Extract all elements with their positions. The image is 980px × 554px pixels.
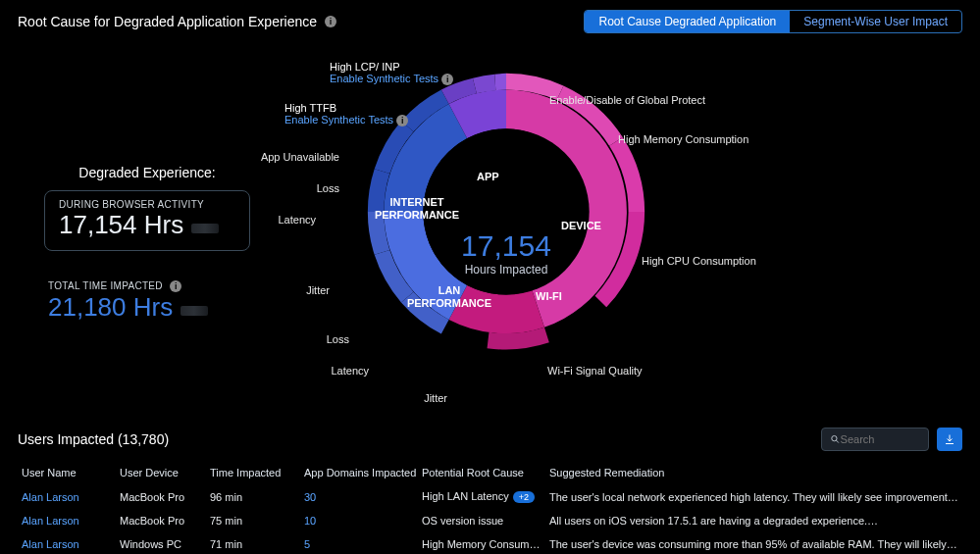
- leaf-jitter-int[interactable]: Jitter: [251, 284, 330, 296]
- segment-label-app: APP: [477, 171, 499, 183]
- col-rootcause[interactable]: Potential Root Cause: [418, 461, 545, 484]
- stat-value: 21,180 Hrs: [48, 292, 173, 323]
- chart-center: 17,154 Hours Impacted: [408, 155, 604, 351]
- cell-user[interactable]: Alan Larson: [18, 532, 116, 554]
- col-time[interactable]: Time Impacted: [206, 461, 300, 484]
- cell-rootcause: High LAN Latency+2: [418, 484, 545, 509]
- sparkline-icon: [181, 306, 208, 316]
- page-header: Root Cause for Degraded Application Expe…: [0, 0, 980, 37]
- chart-center-label: Hours Impacted: [465, 263, 548, 277]
- cell-user[interactable]: Alan Larson: [18, 484, 116, 509]
- leaf-lat-int[interactable]: Latency: [237, 214, 316, 226]
- cell-domains[interactable]: 5: [300, 532, 418, 554]
- stat-total-impacted[interactable]: TOTAL TIME IMPACTED i 21,180 Hrs: [48, 278, 250, 323]
- cell-device: MacBook Pro: [116, 509, 206, 532]
- leaf-high-cpu[interactable]: High CPU Consumption: [642, 255, 749, 267]
- cell-remediation: The user's device was consuming more tha…: [545, 532, 962, 554]
- cell-remediation: The user's local network experienced hig…: [545, 484, 962, 509]
- chart-center-value: 17,154: [461, 229, 551, 263]
- svg-line-2: [836, 440, 838, 442]
- table-row[interactable]: Alan LarsonMacBook Pro75 min10OS version…: [18, 509, 962, 532]
- info-icon[interactable]: i: [441, 74, 453, 85]
- table-row[interactable]: Alan LarsonMacBook Pro96 min30High LAN L…: [18, 484, 962, 509]
- leaf-high-ttfb[interactable]: High TTFB Enable Synthetic Tests i: [284, 102, 408, 126]
- stat-value: 17,154 Hrs: [59, 210, 183, 240]
- stat-label: TOTAL TIME IMPACTED: [48, 280, 163, 291]
- info-icon[interactable]: i: [396, 115, 408, 126]
- segment-label-internet: INTERNET PERFORMANCE: [373, 196, 461, 221]
- col-device[interactable]: User Device: [116, 461, 206, 484]
- col-remediation[interactable]: Suggested Remediation: [545, 461, 962, 484]
- cell-device: Windows PC: [116, 532, 206, 554]
- leaf-global-protect[interactable]: Enable/Disable of Global Protect: [549, 94, 705, 106]
- leaf-high-lcp[interactable]: High LCP/ INP Enable Synthetic Tests i: [330, 61, 453, 85]
- stat-browser-activity[interactable]: DURING BROWSER ACTIVITY 17,154 Hrs: [44, 190, 250, 251]
- leaf-app-unavailable[interactable]: App Unavailable: [212, 151, 339, 163]
- stat-label: DURING BROWSER ACTIVITY: [59, 199, 235, 210]
- leaf-high-mem[interactable]: High Memory Consumption: [618, 133, 748, 145]
- cell-user[interactable]: Alan Larson: [18, 509, 116, 532]
- table-row[interactable]: Alan LarsonWindows PC71 min5High Memory …: [18, 532, 962, 554]
- cell-domains[interactable]: 30: [300, 484, 418, 509]
- segment-label-wifi: WI-FI: [536, 290, 562, 303]
- cell-rootcause: High Memory Consumption: [418, 532, 545, 554]
- users-table: User Name User Device Time Impacted App …: [18, 461, 962, 554]
- leaf-loss-int[interactable]: Loss: [261, 182, 339, 194]
- cell-domains[interactable]: 10: [300, 509, 418, 532]
- cell-device: MacBook Pro: [116, 484, 206, 509]
- cell-rootcause: OS version issue: [418, 509, 545, 532]
- download-icon: [944, 433, 955, 445]
- cell-remediation: All users on iOS version 17.5.1 are havi…: [545, 509, 962, 532]
- leaf-jitter-lan[interactable]: Jitter: [369, 392, 447, 404]
- svg-point-1: [832, 435, 837, 440]
- col-user[interactable]: User Name: [18, 461, 116, 484]
- table-title: Users Impacted (13,780): [18, 431, 169, 447]
- page-title: Root Cause for Degraded Application Expe…: [18, 14, 317, 29]
- leaf-loss-lan[interactable]: Loss: [271, 333, 349, 345]
- cell-time: 71 min: [206, 532, 300, 554]
- info-icon[interactable]: i: [325, 16, 336, 27]
- leaf-wifi-signal[interactable]: Wi-Fi Signal Quality: [547, 365, 665, 377]
- leaf-outer[interactable]: [494, 74, 506, 91]
- cell-time: 75 min: [206, 509, 300, 532]
- leaf-lat-lan[interactable]: Latency: [290, 365, 369, 377]
- segment-label-lan: LAN PERFORMANCE: [405, 284, 493, 309]
- col-domains[interactable]: App Domains Impacted: [300, 461, 418, 484]
- cell-time: 96 min: [206, 484, 300, 509]
- info-icon[interactable]: i: [170, 280, 181, 292]
- degraded-stats: Degraded Experience: DURING BROWSER ACTI…: [44, 165, 250, 323]
- stats-heading: Degraded Experience:: [44, 165, 250, 180]
- search-icon: [830, 433, 841, 445]
- tab-root-cause[interactable]: Root Cause Degraded Application: [585, 11, 790, 32]
- users-impacted-section: Users Impacted (13,780) User Name User D…: [18, 428, 962, 554]
- download-button[interactable]: [937, 428, 962, 451]
- sparkline-icon: [191, 224, 219, 233]
- leaf-outer[interactable]: [473, 75, 495, 93]
- segment-label-device: DEVICE: [561, 220, 601, 232]
- search-input[interactable]: [821, 428, 929, 451]
- view-tabs: Root Cause Degraded Application Segment-…: [584, 10, 962, 33]
- tab-segment-impact[interactable]: Segment-Wise User Impact: [790, 11, 961, 32]
- extra-count-badge[interactable]: +2: [513, 491, 535, 503]
